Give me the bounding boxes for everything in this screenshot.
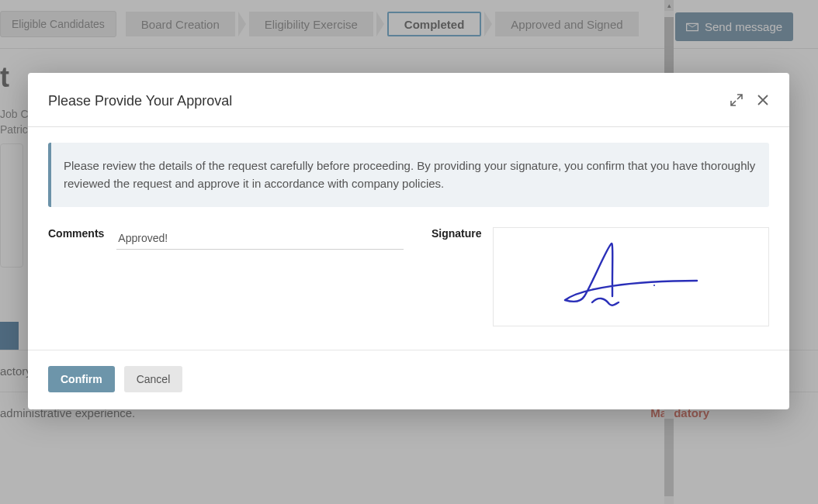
expand-icon[interactable] [730, 94, 743, 109]
signature-pad[interactable] [493, 227, 769, 326]
cancel-button[interactable]: Cancel [124, 366, 183, 392]
modal-footer: Confirm Cancel [28, 350, 789, 409]
modal-body: Please review the details of the request… [28, 127, 789, 350]
close-icon[interactable] [757, 94, 769, 109]
confirm-button[interactable]: Confirm [48, 366, 115, 392]
signature-drawing [538, 234, 724, 319]
svg-point-0 [653, 285, 655, 286]
modal-title: Please Provide Your Approval [48, 93, 232, 109]
modal-header: Please Provide Your Approval [28, 73, 789, 127]
approval-modal: Please Provide Your Approval Please revi… [28, 73, 789, 409]
comments-input[interactable] [116, 227, 404, 250]
comments-field: Comments [48, 227, 405, 326]
signature-label: Signature [432, 227, 482, 326]
comments-label: Comments [48, 227, 104, 240]
info-banner: Please review the details of the request… [48, 143, 769, 207]
signature-field: Signature [432, 227, 769, 326]
